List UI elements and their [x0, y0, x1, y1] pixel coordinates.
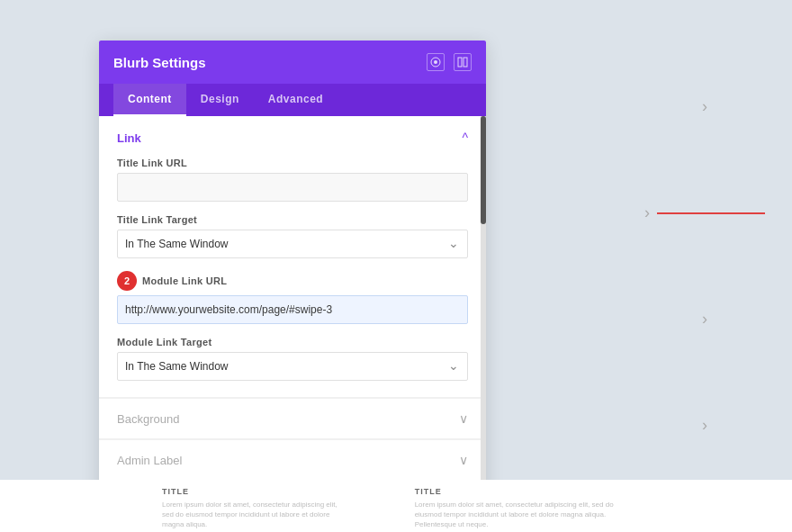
title-link-url-group: Title Link URL — [117, 158, 468, 202]
expand-icon[interactable] — [427, 53, 445, 71]
tab-advanced[interactable]: Advanced — [254, 84, 338, 116]
link-section: Link ^ Title Link URL Title Link Target … — [99, 116, 486, 397]
background-toggle-icon[interactable]: ∨ — [459, 411, 468, 426]
red-arrow-line — [657, 212, 765, 214]
demo-col-2: TITLE Lorem ipsum dolor sit amet, consec… — [415, 487, 630, 530]
link-section-header[interactable]: Link ^ — [117, 131, 468, 145]
blurb-settings-modal: Blurb Settings Content Design Advanced — [99, 41, 486, 518]
title-link-target-group: Title Link Target In The Same Window In … — [117, 214, 468, 258]
chevron-lower-icon[interactable]: › — [702, 310, 707, 329]
admin-label-section[interactable]: Admin Label ∨ — [99, 439, 486, 480]
chevron-bottom-icon[interactable]: › — [702, 416, 707, 435]
demo-col-2-text: Lorem ipsum dolor sit amet, consectetur … — [415, 500, 630, 530]
demo-col-1: TITLE Lorem ipsum dolor sit amet, consec… — [162, 487, 343, 530]
chevron-middle-icon[interactable]: › — [644, 203, 650, 222]
chevron-top[interactable]: › — [702, 97, 707, 116]
background-section[interactable]: Background ∨ — [99, 398, 486, 438]
module-link-url-label-row: 2 Module Link URL — [117, 271, 468, 291]
modal-header: Blurb Settings — [99, 41, 486, 84]
module-link-url-group: 2 Module Link URL — [117, 271, 468, 324]
svg-rect-2 — [458, 58, 462, 67]
step-badge-2: 2 — [117, 271, 137, 291]
title-link-url-input[interactable] — [117, 173, 468, 202]
scrollbar[interactable] — [481, 116, 486, 480]
admin-label-toggle-icon[interactable]: ∨ — [459, 453, 468, 467]
link-section-toggle-icon[interactable]: ^ — [462, 131, 468, 145]
chevron-bottom[interactable]: › — [702, 416, 707, 435]
svg-rect-3 — [464, 58, 467, 67]
module-link-target-select-wrapper: In The Same Window In A New Window — [117, 352, 468, 381]
right-chevrons-container: › › › › — [644, 0, 765, 532]
demo-col-1-text: Lorem ipsum dolor sit amet, consectetur … — [162, 500, 343, 530]
module-link-target-label: Module Link Target — [117, 337, 468, 347]
svg-point-1 — [434, 60, 437, 64]
demo-col-2-title: TITLE — [415, 487, 630, 496]
title-link-target-select-wrapper: In The Same Window In A New Window — [117, 230, 468, 258]
module-link-target-group: Module Link Target In The Same Window In… — [117, 337, 468, 381]
modal-title: Blurb Settings — [113, 55, 206, 70]
tab-content[interactable]: Content — [113, 84, 186, 116]
modal-body[interactable]: Link ^ Title Link URL Title Link Target … — [99, 116, 486, 480]
module-link-url-input[interactable] — [117, 295, 468, 324]
link-section-title: Link — [117, 131, 141, 145]
chevron-top-icon[interactable]: › — [702, 97, 707, 116]
modal-tabs: Content Design Advanced — [99, 84, 486, 116]
columns-icon[interactable] — [454, 53, 472, 71]
demo-content: TITLE Lorem ipsum dolor sit amet, consec… — [0, 480, 792, 532]
module-link-target-select[interactable]: In The Same Window In A New Window — [117, 352, 468, 381]
title-link-url-label: Title Link URL — [117, 158, 468, 168]
admin-label-section-title: Admin Label — [117, 454, 182, 467]
scroll-thumb[interactable] — [481, 116, 486, 224]
tab-design[interactable]: Design — [186, 84, 254, 116]
module-link-url-label: Module Link URL — [142, 275, 227, 286]
demo-col-1-title: TITLE — [162, 487, 343, 496]
chevron-lower[interactable]: › — [702, 310, 707, 329]
chevron-middle[interactable]: › — [644, 203, 765, 222]
background-section-title: Background — [117, 412, 179, 426]
modal-header-icons — [427, 53, 472, 71]
title-link-target-select[interactable]: In The Same Window In A New Window — [117, 230, 468, 258]
title-link-target-label: Title Link Target — [117, 214, 468, 225]
